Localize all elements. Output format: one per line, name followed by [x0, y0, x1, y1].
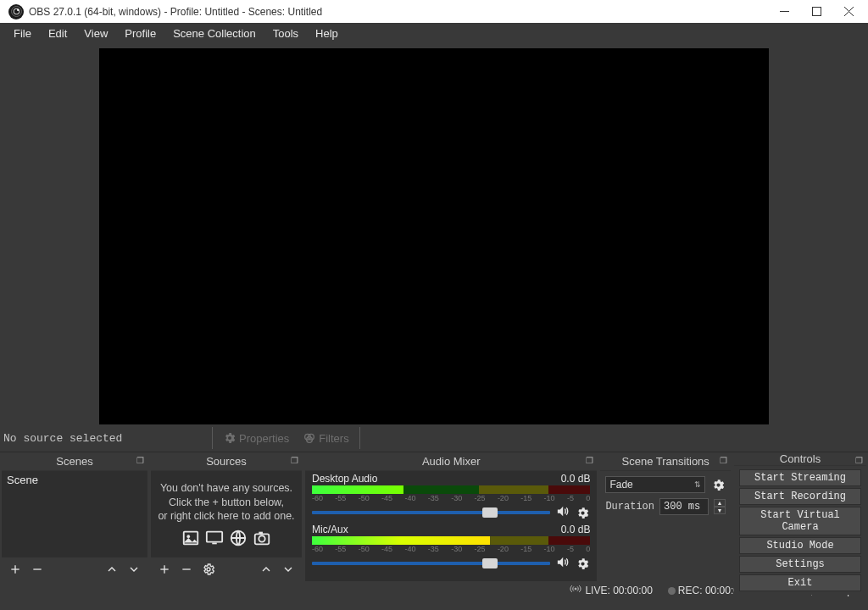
- scene-remove-button[interactable]: [31, 563, 44, 576]
- filters-button[interactable]: Filters: [298, 429, 353, 447]
- sources-empty-line3: or right click here to add one.: [158, 509, 294, 524]
- mixer-header: Audio Mixer ❐: [305, 452, 597, 471]
- controls-popout-icon[interactable]: ❐: [855, 456, 863, 465]
- window-titlebar: OBS 27.0.1 (64-bit, windows) - Profile: …: [0, 0, 868, 23]
- window-title: OBS 27.0.1 (64-bit, windows) - Profile: …: [29, 6, 768, 18]
- source-move-down-button[interactable]: [281, 563, 295, 576]
- menu-edit[interactable]: Edit: [40, 24, 75, 43]
- separator: [359, 427, 360, 449]
- transitions-header: Scene Transitions ❐: [600, 452, 731, 471]
- live-label: LIVE:: [585, 585, 609, 596]
- scene-move-up-button[interactable]: [105, 563, 119, 576]
- track-settings-button[interactable]: [575, 556, 590, 571]
- window-maximize-button[interactable]: [800, 0, 832, 23]
- svg-point-24: [575, 588, 576, 590]
- sources-empty-icons: [180, 529, 273, 547]
- scene-add-button[interactable]: [8, 563, 22, 576]
- status-live: LIVE: 00:00:00: [569, 584, 653, 596]
- source-remove-button[interactable]: [180, 563, 193, 576]
- exit-button[interactable]: Exit: [739, 574, 861, 591]
- menubar: File Edit View Profile Scene Collection …: [0, 23, 868, 43]
- scenes-header: Scenes ❐: [2, 452, 147, 471]
- chevron-updown-icon: ⇅: [694, 480, 701, 489]
- controls-title: Controls: [780, 452, 821, 465]
- camera-icon: [251, 529, 273, 547]
- svg-rect-16: [212, 543, 217, 545]
- controls-header: Controls ❐: [734, 452, 866, 466]
- properties-button[interactable]: Properties: [218, 429, 294, 447]
- sources-empty-line1: You don't have any sources.: [160, 481, 292, 496]
- transitions-popout-icon[interactable]: ❐: [720, 456, 727, 465]
- transition-select[interactable]: Fade ⇅: [605, 476, 705, 493]
- start-virtual-camera-button[interactable]: Start Virtual Camera: [739, 507, 861, 535]
- meter-ticks: -60-55-50-45-40-35-30-25-20-15-10-50: [312, 545, 590, 553]
- image-icon: [180, 529, 202, 547]
- menu-file[interactable]: File: [5, 24, 40, 43]
- sources-footer: [151, 557, 302, 581]
- menu-view[interactable]: View: [75, 24, 116, 43]
- volume-slider[interactable]: [312, 562, 550, 565]
- status-rec: REC: 00:00:00: [668, 585, 745, 596]
- globe-icon: [227, 529, 249, 547]
- sources-popout-icon[interactable]: ❐: [291, 456, 298, 465]
- menu-scene-collection[interactable]: Scene Collection: [164, 24, 264, 43]
- start-recording-button[interactable]: Start Recording: [739, 488, 861, 505]
- svg-rect-4: [812, 8, 821, 16]
- transition-selected: Fade: [609, 479, 632, 491]
- mute-button[interactable]: [555, 504, 570, 521]
- preview-canvas[interactable]: [99, 48, 769, 424]
- scene-move-down-button[interactable]: [127, 563, 141, 576]
- start-streaming-button[interactable]: Start Streaming: [739, 469, 861, 486]
- rec-label: REC:: [678, 585, 703, 596]
- menu-profile[interactable]: Profile: [116, 24, 164, 43]
- window-minimize-button[interactable]: [768, 0, 800, 23]
- track-settings-button[interactable]: [575, 505, 590, 520]
- mute-button[interactable]: [555, 555, 570, 572]
- menu-help[interactable]: Help: [307, 24, 347, 43]
- scenes-footer: [2, 557, 147, 581]
- mixer-popout-icon[interactable]: ❐: [586, 456, 593, 465]
- filters-label: Filters: [319, 432, 348, 445]
- window-close-button[interactable]: [832, 0, 865, 23]
- duration-input[interactable]: 300 ms: [659, 498, 709, 515]
- svg-rect-3: [780, 11, 789, 12]
- svg-rect-20: [259, 532, 263, 535]
- svg-point-19: [259, 536, 264, 542]
- sources-title: Sources: [206, 455, 247, 468]
- properties-label: Properties: [239, 432, 289, 445]
- track-db: 0.0 dB: [561, 473, 591, 485]
- audio-meter: [312, 536, 590, 545]
- duration-up-button[interactable]: ▴: [714, 499, 726, 507]
- source-properties-button[interactable]: [202, 563, 215, 576]
- scenes-title: Scenes: [56, 455, 92, 468]
- mixer-title: Audio Mixer: [422, 455, 481, 468]
- scenes-list[interactable]: Scene: [2, 471, 147, 557]
- transitions-body: Fade ⇅ Duration 300 ms ▴ ▾: [600, 471, 731, 581]
- svg-point-14: [186, 535, 190, 539]
- obs-logo-icon: [8, 4, 24, 19]
- record-indicator-icon: [668, 587, 676, 595]
- source-toolbar: No source selected Properties Filters: [0, 424, 868, 452]
- settings-button[interactable]: Settings: [739, 556, 861, 573]
- scene-item[interactable]: Scene: [2, 471, 147, 489]
- meter-ticks: -60-55-50-45-40-35-30-25-20-15-10-50: [312, 494, 590, 502]
- separator: [212, 427, 213, 449]
- sources-list[interactable]: You don't have any sources. Click the + …: [151, 471, 302, 557]
- audio-meter: [312, 485, 590, 494]
- transition-settings-button[interactable]: [710, 477, 726, 492]
- svg-point-2: [17, 9, 19, 11]
- volume-slider[interactable]: [312, 511, 550, 514]
- sources-header: Sources ❐: [151, 452, 302, 471]
- source-move-up-button[interactable]: [259, 563, 273, 576]
- broadcast-icon: [569, 584, 582, 594]
- duration-label: Duration: [605, 501, 654, 513]
- display-icon: [203, 529, 225, 547]
- studio-mode-button[interactable]: Studio Mode: [739, 537, 861, 554]
- scenes-popout-icon[interactable]: ❐: [136, 456, 144, 465]
- sources-empty-state: You don't have any sources. Click the + …: [151, 471, 302, 557]
- duration-down-button[interactable]: ▾: [714, 507, 726, 514]
- preview-area: [0, 43, 868, 424]
- menu-tools[interactable]: Tools: [264, 24, 307, 43]
- source-add-button[interactable]: [158, 563, 171, 576]
- no-source-label: No source selected: [0, 432, 210, 445]
